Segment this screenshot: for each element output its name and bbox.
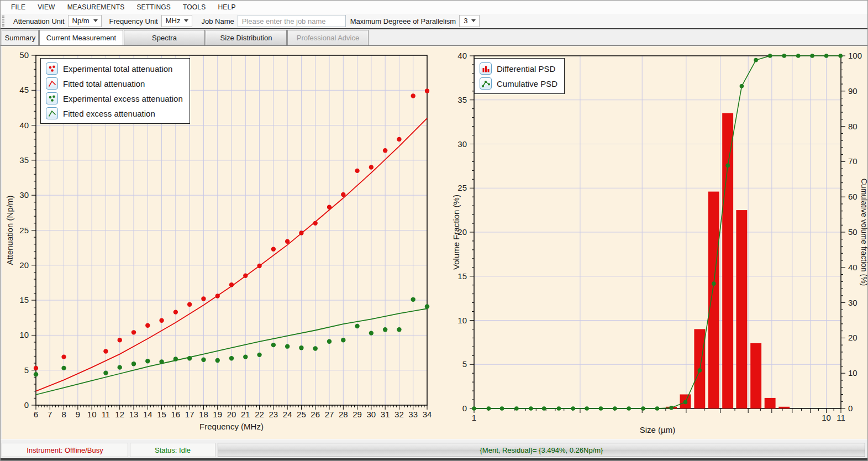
axis-labels: 1101105101520253035400102030405060708090… (451, 51, 867, 434)
parallelism-label: Maximum Degreee of Parallelism (350, 17, 456, 25)
menu-measurements[interactable]: MEASUREMENTS (61, 1, 131, 13)
attenuation-unit-value: Np/m (72, 17, 90, 25)
job-name-label: Job Name (201, 17, 234, 25)
tab-size-distribution[interactable]: Size Distribution (206, 30, 287, 45)
svg-text:17: 17 (185, 410, 194, 419)
frequency-unit-value: MHz (166, 17, 181, 25)
menu-help[interactable]: HELP (212, 1, 241, 13)
svg-text:10: 10 (822, 413, 831, 422)
toolbar-grip-handle[interactable] (2, 15, 4, 27)
legend-item: Fitted total attenuation (46, 77, 183, 90)
cumulative-line-green-icon (480, 77, 492, 90)
job-name-input[interactable] (238, 15, 346, 27)
frequency-unit-dropdown[interactable]: MHz (161, 15, 193, 27)
parallelism-value: 3 (464, 17, 467, 25)
svg-text:15: 15 (457, 271, 467, 281)
menu-file[interactable]: FILE (5, 1, 31, 13)
app-status: Status: Idle (130, 443, 215, 457)
bar-chart-red-icon (480, 62, 492, 75)
scatter-green-icon (46, 92, 58, 104)
line-red-icon (46, 77, 58, 90)
chevron-down-icon (93, 19, 98, 22)
svg-text:50: 50 (848, 227, 858, 237)
chevron-down-icon (471, 19, 476, 22)
legend-label: Differential PSD (497, 64, 555, 74)
svg-text:9: 9 (76, 410, 80, 419)
svg-text:21: 21 (241, 410, 250, 419)
svg-text:29: 29 (353, 410, 362, 419)
svg-text:25: 25 (19, 226, 29, 235)
svg-text:24: 24 (283, 410, 292, 419)
menu-bar: FILE VIEW MEASUREMENTS SETTINGS TOOLS HE… (1, 1, 867, 14)
tab-summary[interactable]: Summary (2, 30, 39, 45)
svg-text:26: 26 (311, 410, 320, 419)
svg-text:25: 25 (457, 183, 467, 192)
svg-text:10: 10 (19, 330, 29, 339)
chevron-down-icon (184, 19, 188, 22)
tab-strip: Summary Current Measurement Spectra Size… (1, 29, 867, 46)
svg-text:10: 10 (457, 316, 467, 325)
svg-text:Size (µm): Size (µm) (640, 425, 675, 434)
svg-text:28: 28 (339, 410, 348, 419)
svg-text:15: 15 (157, 410, 166, 419)
svg-text:8: 8 (61, 410, 66, 419)
svg-text:18: 18 (199, 410, 208, 419)
attenuation-unit-dropdown[interactable]: Np/m (68, 15, 102, 27)
svg-text:0: 0 (848, 404, 853, 413)
tab-professional-advice: Professional Advice (287, 30, 369, 45)
svg-text:30: 30 (848, 298, 858, 307)
svg-text:45: 45 (19, 85, 29, 95)
app-window: FILE VIEW MEASUREMENTS SETTINGS TOOLS HE… (0, 0, 868, 461)
merit-residual-text: {Merit, Residual}= {3.494%, 0.26Np/m} (480, 446, 603, 454)
menu-settings[interactable]: SETTINGS (130, 1, 177, 13)
svg-text:70: 70 (848, 156, 858, 166)
gridlines (474, 56, 841, 408)
svg-text:Volume Fraction (%): Volume Fraction (%) (451, 195, 461, 270)
frequency-unit-label: Frequency Unit (109, 17, 158, 25)
svg-text:33: 33 (408, 410, 418, 419)
size-distribution-chart: 1101105101520253035400102030405060708090… (438, 46, 867, 440)
svg-text:Attenuation (Np/m): Attenuation (Np/m) (5, 196, 14, 265)
tab-spectra[interactable]: Spectra (124, 30, 205, 45)
svg-text:1: 1 (472, 413, 476, 422)
svg-text:30: 30 (367, 410, 376, 419)
app-status-text: Status: Idle (155, 446, 191, 454)
svg-text:10: 10 (848, 368, 858, 378)
legend-label: Cumulative PSD (497, 79, 557, 88)
legend-item: Fitted excess attenuation (46, 107, 183, 119)
scatter-red-icon (46, 62, 58, 75)
merit-progress-bar: {Merit, Residual}= {3.494%, 0.26Np/m} (218, 443, 865, 457)
tab-current-measurement[interactable]: Current Measurement (39, 30, 123, 45)
parallelism-dropdown[interactable]: 3 (459, 15, 480, 27)
svg-text:12: 12 (115, 410, 124, 419)
legend-label: Fitted total attenuation (63, 79, 145, 88)
svg-text:50: 50 (19, 50, 29, 60)
svg-text:6: 6 (34, 410, 38, 419)
attenuation-legend: Experimental total attenuation Fitted to… (40, 58, 190, 124)
svg-text:11: 11 (102, 410, 111, 419)
svg-text:23: 23 (269, 410, 278, 419)
svg-text:10: 10 (87, 410, 97, 419)
svg-text:35: 35 (457, 95, 467, 104)
svg-text:32: 32 (394, 410, 404, 419)
svg-text:90: 90 (848, 86, 858, 96)
menu-view[interactable]: VIEW (31, 1, 61, 13)
svg-text:100: 100 (848, 51, 862, 60)
svg-text:0: 0 (462, 404, 467, 413)
instrument-status: Instrument: Offline/Busy (2, 443, 128, 457)
legend-label: Experimental excess attenuation (63, 94, 183, 103)
toolbar: Attenuation Unit Np/m Frequency Unit MHz… (1, 14, 867, 29)
svg-text:Frequency (MHz): Frequency (MHz) (199, 422, 264, 431)
svg-text:5: 5 (24, 365, 29, 375)
svg-text:80: 80 (848, 122, 858, 131)
legend-item: Experimental total attenuation (46, 62, 183, 75)
svg-text:5: 5 (462, 359, 467, 369)
svg-text:20: 20 (848, 333, 858, 342)
svg-text:0: 0 (24, 400, 29, 410)
svg-text:11: 11 (837, 413, 845, 422)
svg-text:40: 40 (19, 121, 29, 130)
chart-content-area: 6789101112131415161718192021222324252627… (2, 46, 867, 440)
menu-tools[interactable]: TOOLS (177, 1, 212, 13)
svg-text:27: 27 (325, 410, 334, 419)
svg-text:60: 60 (848, 192, 858, 201)
